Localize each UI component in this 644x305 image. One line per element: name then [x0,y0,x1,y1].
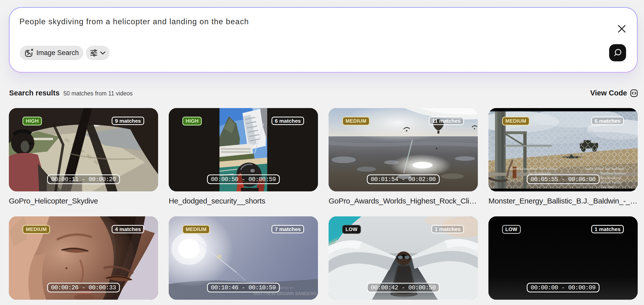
svg-text:Matthew Mattson: Matthew Mattson [601,172,626,175]
svg-text:Max Manning: Max Manning [601,176,621,180]
svg-text:Camera Operators: Chris Adams: Camera Operators: Chris Adams [510,167,558,171]
svg-text:Eric Stolz: Eric Stolz [601,185,615,189]
svg-text:Barrett Farber: Barrett Farber [601,181,622,184]
svg-text:Audio Techs: Jay Verkamp: Audio Techs: Jay Verkamp [584,167,625,171]
